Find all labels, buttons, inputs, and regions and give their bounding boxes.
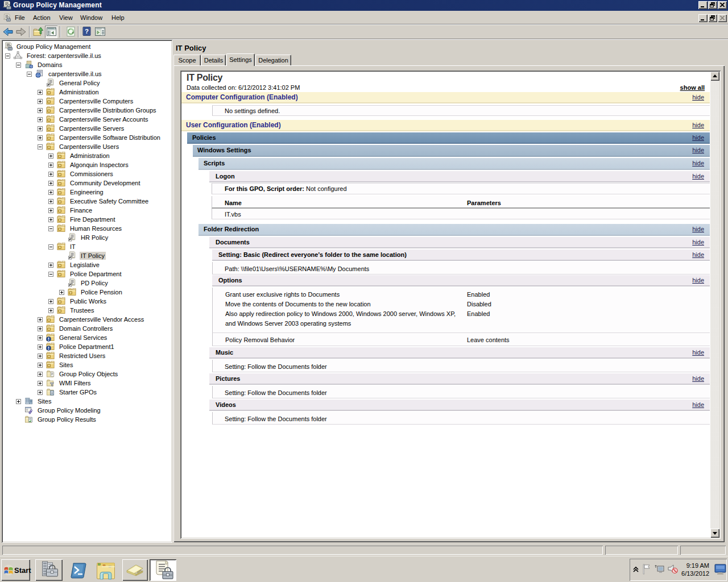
svg-text:?: ? — [85, 28, 89, 35]
